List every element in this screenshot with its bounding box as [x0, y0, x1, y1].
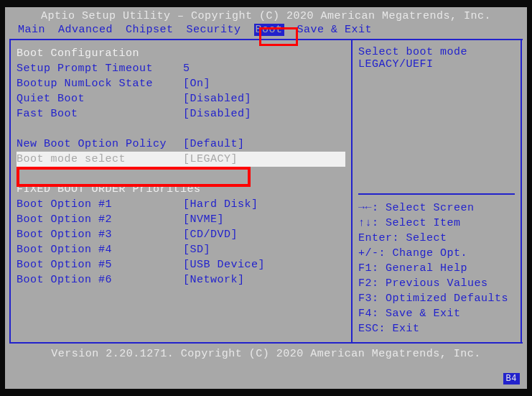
- row-bootup-numlock[interactable]: Bootup NumLock State [On]: [17, 76, 345, 91]
- label: Setup Prompt Timeout: [17, 61, 183, 76]
- bios-header: Aptio Setup Utility – Copyright (C) 2020…: [5, 7, 527, 24]
- value: [USB Device]: [183, 257, 265, 272]
- row-boot-option-1[interactable]: Boot Option #1 [Hard Disk]: [17, 197, 345, 212]
- desc-line-1: Select boot mode: [358, 46, 515, 58]
- value: [Disabled]: [183, 91, 251, 106]
- value: [LEGACY]: [183, 152, 238, 167]
- row-quiet-boot[interactable]: Quiet Boot [Disabled]: [17, 91, 345, 106]
- menu-advanced[interactable]: Advanced: [58, 24, 113, 36]
- row-setup-prompt-timeout[interactable]: Setup Prompt Timeout 5: [17, 61, 345, 76]
- label: Boot mode select: [17, 152, 183, 167]
- bios-footer: Version 2.20.1271. Copyright (C) 2020 Am…: [5, 344, 527, 360]
- value: [Network]: [183, 272, 245, 287]
- label: Boot Option #6: [17, 272, 183, 287]
- left-panel: Boot Configuration Setup Prompt Timeout …: [9, 40, 353, 342]
- label: Boot Option #5: [17, 257, 183, 272]
- label: Quiet Boot: [17, 91, 183, 106]
- help-f3: F3: Optimized Defaults: [358, 291, 515, 306]
- label: Boot Option #3: [17, 227, 183, 242]
- value: [Default]: [183, 137, 245, 152]
- right-panel: Select boot mode LEGACY/UEFI →←: Select …: [353, 40, 522, 342]
- label: Boot Option #2: [17, 212, 183, 227]
- version-badge: B4: [503, 373, 520, 385]
- label: Fast Boot: [17, 106, 183, 121]
- help-esc: ESC: Exit: [358, 321, 515, 336]
- help-f2: F2: Previous Values: [358, 276, 515, 291]
- value: [NVME]: [183, 212, 224, 227]
- row-fast-boot[interactable]: Fast Boot [Disabled]: [17, 106, 345, 121]
- panels: Boot Configuration Setup Prompt Timeout …: [9, 39, 523, 344]
- help-enter-select: Enter: Select: [358, 231, 515, 246]
- help-f4: F4: Save & Exit: [358, 306, 515, 321]
- menu-security[interactable]: Security: [187, 24, 241, 36]
- label: Bootup NumLock State: [17, 76, 183, 91]
- label: Boot Option #1: [17, 197, 183, 212]
- row-boot-option-2[interactable]: Boot Option #2 [NVME]: [17, 212, 345, 227]
- menu-save-exit[interactable]: Save & Exit: [297, 24, 373, 36]
- bios-screen: Aptio Setup Utility – Copyright (C) 2020…: [5, 7, 527, 389]
- menu-chipset[interactable]: Chipset: [126, 24, 174, 36]
- key-help: →←: Select Screen ↑↓: Select Item Enter:…: [358, 193, 515, 336]
- row-boot-option-3[interactable]: Boot Option #3 [CD/DVD]: [17, 227, 345, 242]
- value: [On]: [183, 76, 210, 91]
- value: [Disabled]: [183, 106, 251, 121]
- label: Boot Option #4: [17, 242, 183, 257]
- help-f1: F1: General Help: [358, 261, 515, 276]
- value: [SD]: [183, 242, 210, 257]
- row-new-boot-option-policy[interactable]: New Boot Option Policy [Default]: [17, 137, 345, 152]
- section-fixed-boot-order: FIXED BOOT ORDER Priorities: [17, 182, 345, 197]
- row-boot-option-4[interactable]: Boot Option #4 [SD]: [17, 242, 345, 257]
- label: New Boot Option Policy: [17, 137, 183, 152]
- value: 5: [183, 61, 190, 76]
- help-change-opt: +/-: Change Opt.: [358, 246, 515, 261]
- row-boot-mode-select[interactable]: Boot mode select [LEGACY]: [17, 152, 345, 167]
- menu-boot[interactable]: Boot: [254, 24, 284, 36]
- help-select-item: ↑↓: Select Item: [358, 216, 515, 231]
- row-boot-option-6[interactable]: Boot Option #6 [Network]: [17, 272, 345, 287]
- row-boot-option-5[interactable]: Boot Option #5 [USB Device]: [17, 257, 345, 272]
- value: [CD/DVD]: [183, 227, 238, 242]
- menu-main[interactable]: Main: [18, 24, 45, 36]
- value: [Hard Disk]: [183, 197, 258, 212]
- section-boot-config: Boot Configuration: [17, 46, 345, 61]
- help-description: Select boot mode LEGACY/UEFI: [358, 46, 515, 193]
- menu-bar: Main Advanced Chipset Security Boot Save…: [5, 24, 527, 39]
- help-select-screen: →←: Select Screen: [358, 201, 515, 216]
- desc-line-2: LEGACY/UEFI: [358, 58, 515, 70]
